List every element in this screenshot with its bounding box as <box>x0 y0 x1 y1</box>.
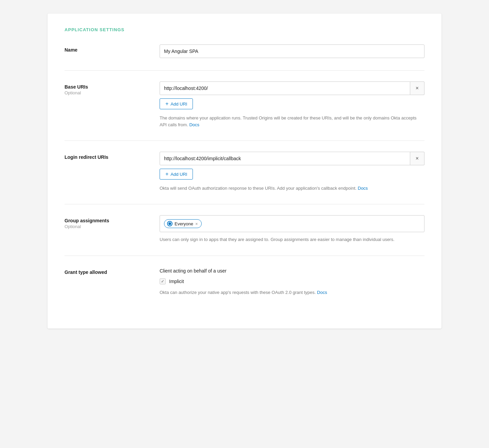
grant-type-label-col: Grant type allowed <box>65 267 160 275</box>
implicit-checkbox[interactable]: ✓ <box>160 278 166 284</box>
base-uri-input[interactable] <box>160 81 410 95</box>
grant-type-subtitle: Client acting on behalf of a user <box>160 268 424 274</box>
base-uri-add-label: Add URI <box>170 101 187 107</box>
login-redirect-input-row: × <box>160 152 424 165</box>
login-redirect-hint: Okta will send OAuth authorization respo… <box>160 185 424 192</box>
base-uri-input-row: × <box>160 81 424 95</box>
plus-icon-2: + <box>165 171 168 177</box>
login-redirect-add-button[interactable]: + Add URI <box>160 169 193 180</box>
everyone-tag-label: Everyone <box>175 221 193 226</box>
name-row: Name <box>65 44 424 58</box>
close-icon-2: × <box>416 155 419 162</box>
everyone-tag-remove[interactable]: × <box>195 222 198 226</box>
divider-4 <box>65 256 424 256</box>
implicit-checkbox-label: Implicit <box>169 279 184 284</box>
login-redirect-clear-button[interactable]: × <box>410 152 424 165</box>
login-redirect-row: Login redirect URIs × + Add URI Okta wil… <box>65 152 424 192</box>
base-uris-label-col: Base URIs Optional <box>65 81 160 95</box>
base-uris-field-col: × + Add URI The domains where your appli… <box>160 81 424 128</box>
grant-type-hint: Okta can authorize your native app's req… <box>160 289 424 296</box>
grant-type-row: Grant type allowed Client acting on beha… <box>65 267 424 296</box>
divider-1 <box>65 70 424 71</box>
tag-radio-inner <box>168 222 171 225</box>
login-redirect-add-label: Add URI <box>170 172 187 177</box>
implicit-checkbox-row: ✓ Implicit <box>160 278 424 284</box>
group-assignments-row: Group assignments Optional Everyone × Us… <box>65 215 424 243</box>
grant-type-label: Grant type allowed <box>65 269 149 275</box>
close-icon: × <box>416 85 419 91</box>
name-input[interactable] <box>160 44 424 58</box>
base-uris-hint: The domains where your application runs.… <box>160 115 424 128</box>
group-assignments-hint: Users can only sign in to apps that they… <box>160 236 424 243</box>
login-redirect-label-col: Login redirect URIs <box>65 152 160 160</box>
grant-type-docs-link[interactable]: Docs <box>317 290 327 295</box>
group-assignments-field-col: Everyone × Users can only sign in to app… <box>160 215 424 243</box>
everyone-tag[interactable]: Everyone × <box>164 219 202 228</box>
base-uris-sub-label: Optional <box>65 90 149 95</box>
settings-card: APPLICATION SETTINGS Name Base URIs Opti… <box>48 14 441 329</box>
login-redirect-field-col: × + Add URI Okta will send OAuth authori… <box>160 152 424 192</box>
checkmark-icon: ✓ <box>161 279 164 283</box>
login-redirect-input[interactable] <box>160 152 410 165</box>
name-label: Name <box>65 47 149 53</box>
divider-2 <box>65 141 424 141</box>
name-label-col: Name <box>65 44 160 53</box>
base-uris-row: Base URIs Optional × + Add URI The domai… <box>65 81 424 128</box>
group-assignments-input-box[interactable]: Everyone × <box>160 215 424 232</box>
tag-radio-icon <box>167 221 173 226</box>
divider-3 <box>65 204 424 204</box>
base-uris-label: Base URIs <box>65 84 149 90</box>
plus-icon: + <box>165 101 168 107</box>
section-title: APPLICATION SETTINGS <box>65 27 424 32</box>
group-assignments-label: Group assignments <box>65 218 149 223</box>
base-uri-clear-button[interactable]: × <box>410 81 424 95</box>
base-uris-docs-link[interactable]: Docs <box>189 122 199 127</box>
base-uri-add-button[interactable]: + Add URI <box>160 98 193 109</box>
login-redirect-docs-link[interactable]: Docs <box>358 186 368 191</box>
name-field-col <box>160 44 424 58</box>
group-assignments-label-col: Group assignments Optional <box>65 215 160 229</box>
login-redirect-label: Login redirect URIs <box>65 154 149 160</box>
grant-type-field-col: Client acting on behalf of a user ✓ Impl… <box>160 268 424 296</box>
group-assignments-sub-label: Optional <box>65 224 149 229</box>
